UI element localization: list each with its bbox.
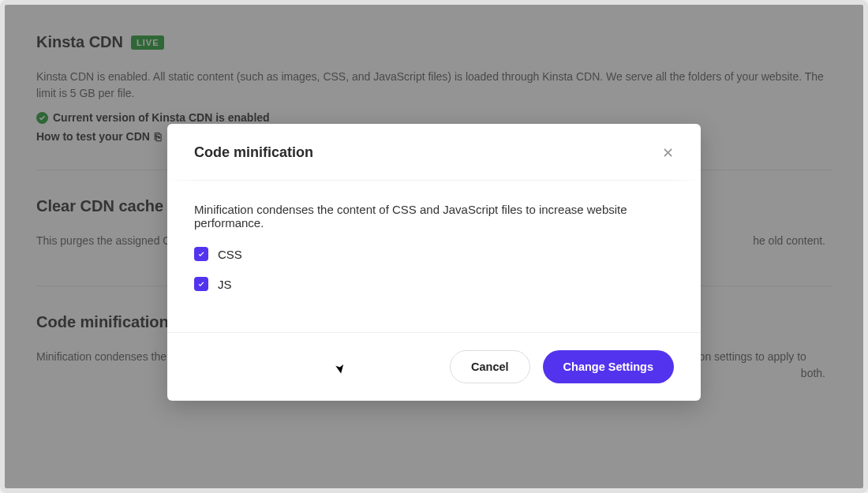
js-checkbox[interactable]: [194, 277, 208, 291]
checkmark-icon: [197, 280, 205, 288]
js-option-row: JS: [194, 277, 674, 291]
css-label: CSS: [218, 248, 242, 261]
modal-title: Code minification: [194, 144, 313, 161]
modal-overlay[interactable]: Code minification ✕ Minification condens…: [5, 5, 863, 488]
css-option-row: CSS: [194, 247, 674, 261]
code-minification-modal: Code minification ✕ Minification condens…: [167, 124, 701, 401]
js-label: JS: [218, 278, 232, 291]
close-icon: ✕: [662, 145, 674, 161]
modal-description: Minification condenses the content of CS…: [194, 203, 674, 230]
change-settings-button[interactable]: Change Settings: [543, 350, 674, 383]
close-button[interactable]: ✕: [662, 146, 674, 160]
css-checkbox[interactable]: [194, 247, 208, 261]
cancel-button[interactable]: Cancel: [450, 350, 530, 383]
checkmark-icon: [197, 250, 205, 258]
